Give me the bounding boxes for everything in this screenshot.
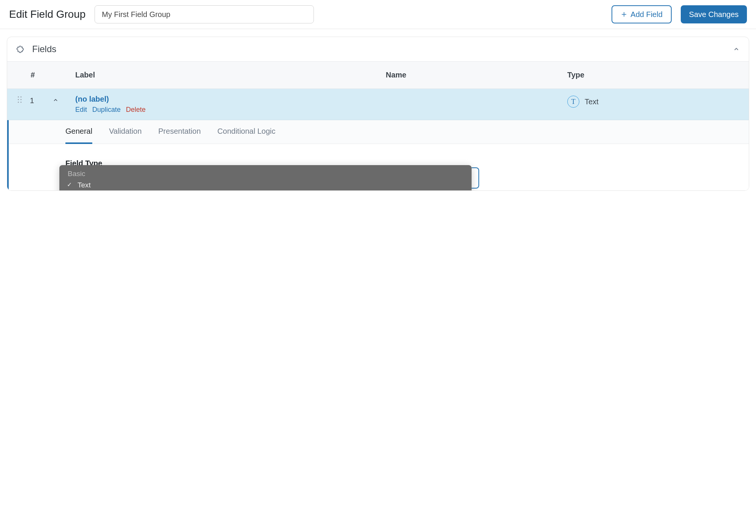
save-changes-label: Save Changes [689, 10, 739, 19]
field-type-select[interactable] [472, 167, 479, 189]
edit-action[interactable]: Edit [75, 106, 87, 114]
field-row[interactable]: 1 (no label) Edit Duplicate Delete T Tex… [7, 89, 749, 120]
tab-conditional[interactable]: Conditional Logic [217, 127, 275, 144]
fields-table-header: # Label Name Type [7, 61, 749, 89]
fields-panel: Fields # Label Name Type 1 (no label) Ed… [7, 37, 749, 191]
tab-presentation[interactable]: Presentation [158, 127, 201, 144]
duplicate-action[interactable]: Duplicate [92, 106, 121, 114]
tab-validation[interactable]: Validation [109, 127, 141, 144]
col-name: Name [386, 71, 567, 79]
drag-handle[interactable] [7, 95, 30, 103]
editor-tabs: General Validation Presentation Conditio… [9, 120, 749, 144]
group-name-input[interactable] [95, 5, 314, 23]
chevron-up-icon [53, 97, 59, 103]
field-label-link[interactable]: (no label) [75, 95, 386, 104]
row-index: 1 [30, 95, 53, 105]
row-type-cell: T Text [567, 95, 749, 108]
text-type-icon: T [567, 96, 579, 108]
row-actions: Edit Duplicate Delete [75, 106, 386, 114]
col-label: Label [75, 71, 386, 79]
panel-header[interactable]: Fields [7, 37, 749, 61]
dropdown-item[interactable]: Text [59, 179, 472, 191]
col-type: Type [567, 71, 749, 79]
delete-action[interactable]: Delete [126, 106, 146, 114]
row-type-text: Text [585, 97, 599, 106]
chevron-up-icon[interactable] [733, 46, 740, 53]
add-field-button[interactable]: Add Field [612, 5, 672, 23]
page-header: Edit Field Group Add Field Save Changes [0, 0, 756, 29]
page-title: Edit Field Group [9, 8, 85, 20]
field-editor: General Validation Presentation Conditio… [7, 120, 749, 190]
plus-icon [621, 11, 627, 18]
tab-general[interactable]: General [65, 127, 92, 144]
col-num: # [7, 71, 75, 79]
add-field-label: Add Field [630, 10, 663, 19]
save-changes-button[interactable]: Save Changes [681, 5, 747, 23]
puzzle-icon [16, 44, 26, 54]
field-type-dropdown[interactable]: BasicTextText AreaNumberRangeEmailUrlPas… [59, 165, 472, 191]
panel-title: Fields [32, 44, 56, 54]
form-area: Field Type BasicTextText AreaNumberRange… [9, 144, 749, 190]
row-collapse-toggle[interactable] [53, 95, 75, 103]
drag-dots-icon [18, 96, 22, 103]
dropdown-group: Basic [59, 168, 472, 179]
